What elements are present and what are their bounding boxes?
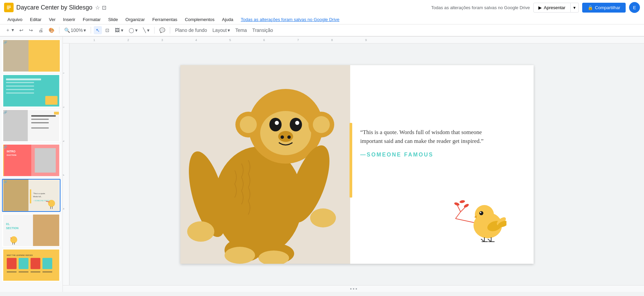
menu-ajuda[interactable]: Ajuda: [219, 16, 237, 23]
svg-point-45: [10, 236, 17, 243]
lock-icon: 🔒: [588, 5, 593, 10]
slide-row-4: 4 INTRO DUCTION 🔗: [2, 144, 60, 177]
svg-point-96: [225, 247, 255, 264]
svg-text:E: E: [32, 49, 34, 53]
slide-thumb-6[interactable]: 01. SECTION: [2, 214, 60, 247]
add-button[interactable]: ＋ ▾: [3, 26, 16, 35]
svg-rect-5: [3, 40, 30, 72]
slide-thumb-4[interactable]: INTRO DUCTION 🔗: [2, 144, 60, 177]
svg-text:INTRO: INTRO: [7, 150, 16, 153]
svg-point-93: [310, 208, 336, 227]
slide-thumb-3[interactable]: 🔗: [2, 109, 60, 142]
svg-point-83: [278, 131, 293, 142]
svg-rect-20: [31, 118, 49, 119]
redo-button[interactable]: ↪: [27, 26, 35, 34]
svg-point-108: [480, 212, 481, 213]
svg-point-85: [287, 135, 291, 139]
svg-rect-3: [7, 8, 10, 9]
slide-thumb-7[interactable]: MEET THE LEARNING HEROES: [2, 249, 60, 282]
dot-1: [350, 288, 352, 290]
quote-author: —SOMEONE FAMOUS: [360, 152, 486, 158]
svg-text:1: 1: [93, 38, 95, 42]
print-button[interactable]: 🖨: [36, 26, 45, 34]
slide-thumb-5[interactable]: "This is a quote. Words full... —SOMEONE…: [2, 179, 60, 212]
menu-formatar[interactable]: Formatar: [79, 16, 104, 23]
svg-text:4: 4: [63, 174, 65, 176]
svg-rect-16: [45, 96, 57, 105]
image-button[interactable]: 🖼 ▾: [113, 26, 125, 34]
background-button[interactable]: Plano de fundo: [173, 26, 209, 34]
svg-point-103: [454, 202, 460, 206]
ruler-horizontal: 1 2 3 4 5 6 7 8 9: [63, 37, 644, 43]
menu-slide[interactable]: Slide: [105, 16, 121, 23]
quote-text-block[interactable]: “This is a quote. Words full of wisdom t…: [360, 128, 486, 158]
svg-text:"This is a quote.: "This is a quote.: [33, 192, 46, 195]
svg-rect-42: [33, 215, 59, 246]
svg-point-82: [295, 121, 299, 125]
toolbar-separator-1: [59, 27, 59, 34]
svg-rect-15: [6, 92, 34, 93]
menu-arquivo[interactable]: Arquivo: [4, 16, 26, 23]
slide-thumb-2[interactable]: [2, 74, 60, 107]
svg-text:5: 5: [63, 208, 65, 210]
slide-container[interactable]: “This is a quote. Words full of wisdom t…: [70, 43, 644, 285]
slide-row-5: 5 "This is a quote. Words full... —SOMEO…: [2, 179, 60, 212]
svg-rect-27: [3, 145, 4, 176]
quote-text: “This is a quote. Words full of wisdom t…: [360, 128, 486, 146]
current-slide[interactable]: “This is a quote. Words full of wisdom t…: [180, 65, 534, 264]
menu-complementos[interactable]: Complementos: [181, 16, 218, 23]
toolbar-separator-4: [170, 27, 170, 34]
svg-rect-32: [30, 189, 31, 203]
svg-rect-31: [3, 180, 29, 211]
svg-point-104: [459, 200, 465, 203]
svg-line-99: [455, 212, 461, 219]
svg-point-107: [479, 211, 483, 215]
svg-point-79: [269, 118, 282, 131]
document-title[interactable]: Daycare Center by Slidesgo: [16, 4, 92, 11]
theme-button[interactable]: Tema: [233, 26, 249, 34]
shape-button[interactable]: ◯ ▾: [127, 26, 140, 34]
svg-rect-54: [42, 258, 52, 269]
slides-panel: 1 DAYCAR E CENTER 🔗 2: [0, 37, 63, 292]
slide-photo-monkey: [180, 65, 350, 264]
zoom-button[interactable]: 🔍 100% ▾: [62, 26, 88, 34]
svg-text:SECTION: SECTION: [6, 227, 19, 230]
slide-row-3: 3 🔗: [2, 109, 60, 142]
svg-rect-18: [3, 110, 28, 142]
star-icon[interactable]: ☆: [95, 4, 100, 11]
autosave-link[interactable]: Todas as alterações foram salvas no Goog…: [237, 16, 343, 23]
folder-icon[interactable]: ⊡: [102, 4, 106, 11]
transition-button[interactable]: Transição: [250, 26, 275, 34]
toolbar-separator-3: [154, 27, 155, 34]
menu-editar[interactable]: Editar: [26, 16, 45, 23]
line-button[interactable]: ╲ ▾: [141, 26, 151, 34]
undo-button[interactable]: ↩: [17, 26, 25, 34]
svg-rect-6: [30, 40, 59, 72]
toolbar-separator-2: [91, 27, 91, 34]
dot-2: [353, 288, 354, 290]
paint-format-button[interactable]: 🎨: [47, 26, 56, 34]
slide-row-2: 2: [2, 74, 60, 107]
svg-rect-51: [7, 258, 17, 269]
svg-point-84: [281, 135, 284, 139]
add-comment-button[interactable]: 💬: [157, 26, 167, 34]
user-avatar[interactable]: E: [629, 2, 640, 13]
slide-thumb-1[interactable]: DAYCAR E CENTER 🔗: [2, 39, 60, 72]
layout-button[interactable]: Layout ▾: [211, 26, 232, 34]
present-dropdown-button[interactable]: ▾: [571, 3, 579, 13]
select-tool-button[interactable]: ↖: [94, 26, 102, 34]
share-button[interactable]: 🔒 Compartilhar: [582, 3, 626, 13]
svg-point-102: [463, 203, 469, 208]
menu-ver[interactable]: Ver: [46, 16, 59, 23]
svg-rect-2: [7, 7, 11, 8]
svg-text:1: 1: [63, 72, 65, 74]
slide-row-6: 6 01. SECTION: [2, 214, 60, 247]
textbox-button[interactable]: ⊡: [103, 26, 111, 34]
present-button[interactable]: ▶ Apresentar: [533, 3, 571, 13]
svg-text:5: 5: [229, 38, 231, 42]
menu-inserir[interactable]: Inserir: [60, 16, 79, 23]
autosave-status: Todas as alterações foram salvas no Goog…: [431, 5, 530, 10]
menu-ferramentas[interactable]: Ferramentas: [149, 16, 181, 23]
menu-organizar[interactable]: Organizar: [122, 16, 148, 23]
zoom-label: 100%: [71, 27, 83, 33]
